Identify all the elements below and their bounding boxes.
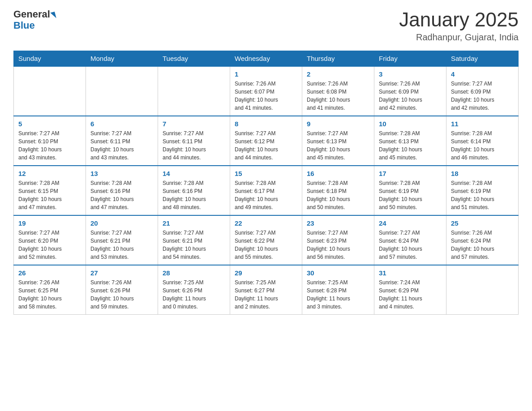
calendar-cell: 22Sunrise: 7:27 AM Sunset: 6:22 PM Dayli…	[230, 215, 302, 265]
day-of-week-header: Monday	[86, 51, 158, 67]
day-number: 4	[451, 70, 514, 78]
day-number: 14	[163, 170, 225, 177]
calendar-cell: 27Sunrise: 7:26 AM Sunset: 6:26 PM Dayli…	[86, 265, 158, 315]
logo-triangle-icon	[50, 12, 56, 19]
day-number: 22	[235, 219, 297, 227]
title-block: January 2025 Radhanpur, Gujarat, India	[399, 9, 519, 43]
calendar-cell: 29Sunrise: 7:25 AM Sunset: 6:27 PM Dayli…	[230, 265, 302, 315]
day-info: Sunrise: 7:28 AM Sunset: 6:13 PM Dayligh…	[379, 129, 442, 162]
day-number: 27	[90, 269, 153, 277]
day-number: 16	[307, 170, 369, 177]
day-number: 11	[451, 120, 514, 128]
calendar-cell: 13Sunrise: 7:28 AM Sunset: 6:16 PM Dayli…	[86, 166, 158, 215]
day-info: Sunrise: 7:28 AM Sunset: 6:16 PM Dayligh…	[90, 179, 153, 211]
calendar-cell: 24Sunrise: 7:27 AM Sunset: 6:24 PM Dayli…	[374, 215, 446, 265]
day-of-week-header: Thursday	[302, 51, 374, 67]
day-info: Sunrise: 7:27 AM Sunset: 6:11 PM Dayligh…	[90, 129, 153, 162]
day-number: 8	[235, 120, 297, 128]
day-info: Sunrise: 7:27 AM Sunset: 6:11 PM Dayligh…	[163, 129, 225, 162]
day-info: Sunrise: 7:26 AM Sunset: 6:08 PM Dayligh…	[307, 80, 369, 112]
day-info: Sunrise: 7:27 AM Sunset: 6:24 PM Dayligh…	[379, 229, 442, 261]
day-info: Sunrise: 7:26 AM Sunset: 6:26 PM Dayligh…	[90, 278, 153, 311]
logo-blue-text: Blue	[13, 20, 35, 31]
page-header: General Blue January 2025 Radhanpur, Guj…	[13, 9, 519, 43]
calendar-cell: 21Sunrise: 7:27 AM Sunset: 6:21 PM Dayli…	[158, 215, 230, 265]
day-number: 25	[451, 219, 514, 227]
day-info: Sunrise: 7:28 AM Sunset: 6:18 PM Dayligh…	[307, 179, 369, 211]
day-info: Sunrise: 7:24 AM Sunset: 6:29 PM Dayligh…	[379, 278, 442, 311]
day-info: Sunrise: 7:25 AM Sunset: 6:28 PM Dayligh…	[307, 278, 369, 311]
day-info: Sunrise: 7:26 AM Sunset: 6:09 PM Dayligh…	[379, 80, 442, 112]
calendar-title: January 2025	[399, 9, 519, 30]
day-number: 13	[90, 170, 153, 177]
day-info: Sunrise: 7:27 AM Sunset: 6:23 PM Dayligh…	[307, 229, 369, 261]
calendar-cell: 18Sunrise: 7:28 AM Sunset: 6:19 PM Dayli…	[446, 166, 519, 215]
calendar-cell	[446, 265, 519, 315]
day-number: 20	[90, 219, 153, 227]
day-number: 5	[18, 120, 81, 128]
day-number: 10	[379, 120, 442, 128]
calendar-cell: 14Sunrise: 7:28 AM Sunset: 6:16 PM Dayli…	[158, 166, 230, 215]
calendar-cell: 11Sunrise: 7:28 AM Sunset: 6:14 PM Dayli…	[446, 116, 519, 166]
day-number: 28	[163, 269, 225, 277]
day-of-week-header: Saturday	[446, 51, 519, 67]
logo: General Blue	[13, 9, 56, 31]
week-row: 1Sunrise: 7:26 AM Sunset: 6:07 PM Daylig…	[14, 66, 519, 116]
logo-general-text: General	[13, 9, 50, 20]
calendar-cell: 30Sunrise: 7:25 AM Sunset: 6:28 PM Dayli…	[302, 265, 374, 315]
calendar-cell: 1Sunrise: 7:26 AM Sunset: 6:07 PM Daylig…	[230, 66, 302, 116]
calendar-cell: 7Sunrise: 7:27 AM Sunset: 6:11 PM Daylig…	[158, 116, 230, 166]
day-info: Sunrise: 7:27 AM Sunset: 6:20 PM Dayligh…	[18, 229, 81, 261]
day-info: Sunrise: 7:27 AM Sunset: 6:22 PM Dayligh…	[235, 229, 297, 261]
day-info: Sunrise: 7:28 AM Sunset: 6:16 PM Dayligh…	[163, 179, 225, 211]
calendar-cell: 12Sunrise: 7:28 AM Sunset: 6:15 PM Dayli…	[14, 166, 86, 215]
day-number: 12	[18, 170, 81, 177]
calendar-cell: 16Sunrise: 7:28 AM Sunset: 6:18 PM Dayli…	[302, 166, 374, 215]
day-of-week-header: Friday	[374, 51, 446, 67]
day-info: Sunrise: 7:26 AM Sunset: 6:24 PM Dayligh…	[451, 229, 514, 261]
day-info: Sunrise: 7:25 AM Sunset: 6:27 PM Dayligh…	[235, 278, 297, 311]
day-number: 1	[235, 70, 297, 78]
calendar-cell: 2Sunrise: 7:26 AM Sunset: 6:08 PM Daylig…	[302, 66, 374, 116]
calendar-table: SundayMondayTuesdayWednesdayThursdayFrid…	[13, 51, 519, 315]
day-number: 3	[379, 70, 442, 78]
calendar-cell	[86, 66, 158, 116]
day-info: Sunrise: 7:26 AM Sunset: 6:07 PM Dayligh…	[235, 80, 297, 112]
calendar-cell: 19Sunrise: 7:27 AM Sunset: 6:20 PM Dayli…	[14, 215, 86, 265]
day-info: Sunrise: 7:27 AM Sunset: 6:13 PM Dayligh…	[307, 129, 369, 162]
day-info: Sunrise: 7:27 AM Sunset: 6:09 PM Dayligh…	[451, 80, 514, 112]
day-number: 17	[379, 170, 442, 177]
calendar-cell	[14, 66, 86, 116]
calendar-cell: 6Sunrise: 7:27 AM Sunset: 6:11 PM Daylig…	[86, 116, 158, 166]
day-number: 29	[235, 269, 297, 277]
day-info: Sunrise: 7:28 AM Sunset: 6:19 PM Dayligh…	[379, 179, 442, 211]
calendar-cell: 23Sunrise: 7:27 AM Sunset: 6:23 PM Dayli…	[302, 215, 374, 265]
day-of-week-header: Wednesday	[230, 51, 302, 67]
day-number: 18	[451, 170, 514, 177]
day-of-week-header: Tuesday	[158, 51, 230, 67]
days-header-row: SundayMondayTuesdayWednesdayThursdayFrid…	[14, 51, 519, 67]
calendar-subtitle: Radhanpur, Gujarat, India	[399, 32, 519, 43]
calendar-cell: 9Sunrise: 7:27 AM Sunset: 6:13 PM Daylig…	[302, 116, 374, 166]
week-row: 12Sunrise: 7:28 AM Sunset: 6:15 PM Dayli…	[14, 166, 519, 215]
day-info: Sunrise: 7:28 AM Sunset: 6:19 PM Dayligh…	[451, 179, 514, 211]
day-number: 6	[90, 120, 153, 128]
calendar-cell: 20Sunrise: 7:27 AM Sunset: 6:21 PM Dayli…	[86, 215, 158, 265]
day-number: 30	[307, 269, 369, 277]
day-number: 31	[379, 269, 442, 277]
day-info: Sunrise: 7:27 AM Sunset: 6:10 PM Dayligh…	[18, 129, 81, 162]
day-number: 9	[307, 120, 369, 128]
calendar-cell: 4Sunrise: 7:27 AM Sunset: 6:09 PM Daylig…	[446, 66, 519, 116]
day-info: Sunrise: 7:25 AM Sunset: 6:26 PM Dayligh…	[163, 278, 225, 311]
week-row: 26Sunrise: 7:26 AM Sunset: 6:25 PM Dayli…	[14, 265, 519, 315]
calendar-cell: 26Sunrise: 7:26 AM Sunset: 6:25 PM Dayli…	[14, 265, 86, 315]
day-number: 15	[235, 170, 297, 177]
calendar-cell: 25Sunrise: 7:26 AM Sunset: 6:24 PM Dayli…	[446, 215, 519, 265]
calendar-cell: 5Sunrise: 7:27 AM Sunset: 6:10 PM Daylig…	[14, 116, 86, 166]
day-number: 24	[379, 219, 442, 227]
week-row: 5Sunrise: 7:27 AM Sunset: 6:10 PM Daylig…	[14, 116, 519, 166]
day-info: Sunrise: 7:27 AM Sunset: 6:12 PM Dayligh…	[235, 129, 297, 162]
day-number: 7	[163, 120, 225, 128]
day-number: 26	[18, 269, 81, 277]
day-info: Sunrise: 7:26 AM Sunset: 6:25 PM Dayligh…	[18, 278, 81, 311]
